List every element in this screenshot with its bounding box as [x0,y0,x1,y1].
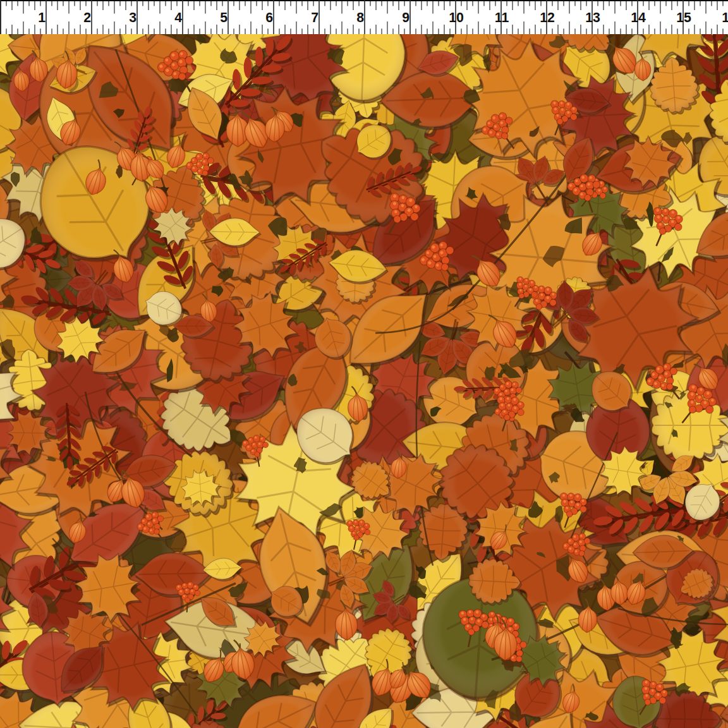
svg-text:10: 10 [449,10,464,25]
svg-text:15: 15 [676,10,691,25]
svg-text:16: 16 [722,10,728,25]
svg-text:13: 13 [585,10,600,25]
svg-text:3: 3 [129,10,136,25]
svg-text:2: 2 [83,10,91,25]
svg-text:4: 4 [174,10,182,25]
svg-text:8: 8 [356,10,364,25]
svg-text:5: 5 [220,10,228,25]
svg-text:14: 14 [631,10,646,25]
svg-text:6: 6 [265,10,273,25]
svg-text:7: 7 [311,10,318,25]
svg-text:11: 11 [495,10,509,25]
svg-text:12: 12 [540,10,555,25]
svg-text:1: 1 [38,10,46,25]
svg-text:9: 9 [402,10,410,25]
